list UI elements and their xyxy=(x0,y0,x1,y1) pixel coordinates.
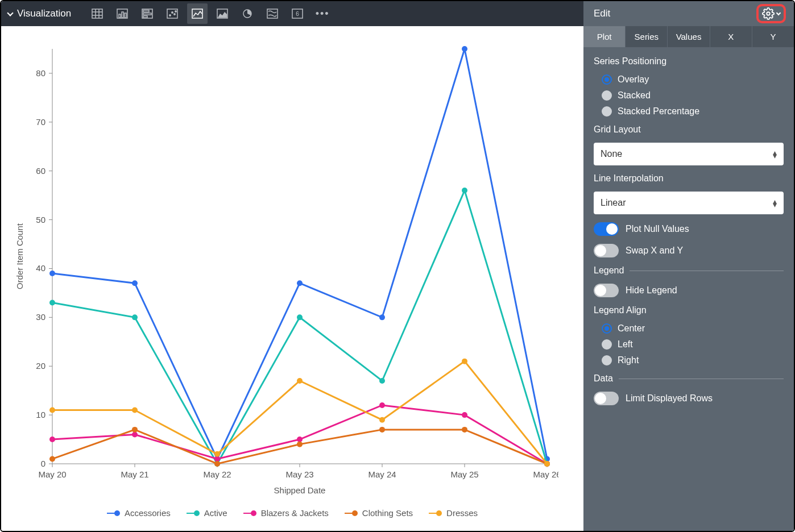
svg-text:Order Item Count: Order Item Count xyxy=(15,223,24,289)
legend-label: Accessories xyxy=(125,508,171,518)
radio-label: Stacked Percentage xyxy=(618,106,699,117)
hide-legend-toggle[interactable] xyxy=(594,284,619,297)
legend-item[interactable]: Active xyxy=(187,508,227,518)
table-chart-icon[interactable] xyxy=(87,3,107,24)
svg-point-70 xyxy=(379,378,385,384)
radio-icon xyxy=(602,106,612,117)
tab-values[interactable]: Values xyxy=(668,26,710,47)
svg-rect-18 xyxy=(192,9,202,18)
radio-icon xyxy=(602,339,612,350)
svg-point-64 xyxy=(462,46,467,52)
svg-text:60: 60 xyxy=(36,166,45,176)
more-charts-icon[interactable]: ••• xyxy=(312,3,333,24)
line-chart: 01020304050607080May 20May 21May 22May 2… xyxy=(13,38,558,504)
svg-point-66 xyxy=(49,300,55,306)
legend-label: Active xyxy=(204,508,227,518)
radio-icon xyxy=(602,323,612,334)
svg-point-87 xyxy=(49,408,55,413)
radio-stacked-percentage[interactable]: Stacked Percentage xyxy=(602,106,784,117)
radio-label: Center xyxy=(618,323,645,334)
svg-point-60 xyxy=(132,280,138,286)
pie-chart-icon[interactable] xyxy=(237,3,258,24)
legend-item[interactable]: Blazers & Jackets xyxy=(243,508,329,518)
radio-right[interactable]: Right xyxy=(602,355,784,365)
svg-point-77 xyxy=(379,402,385,408)
legend-item[interactable]: Accessories xyxy=(107,508,171,518)
svg-point-88 xyxy=(132,408,138,413)
svg-point-78 xyxy=(462,412,467,418)
gear-icon xyxy=(762,7,775,20)
svg-point-75 xyxy=(214,456,220,462)
svg-text:May 26: May 26 xyxy=(533,469,558,479)
visualization-toolbar: Visualization 6 ••• xyxy=(1,1,583,26)
radio-overlay[interactable]: Overlay xyxy=(602,74,784,85)
svg-point-83 xyxy=(297,442,303,447)
bar-chart-icon[interactable] xyxy=(137,3,158,24)
svg-text:May 22: May 22 xyxy=(203,469,231,479)
plot-null-toggle[interactable] xyxy=(594,222,619,236)
svg-rect-10 xyxy=(143,10,149,12)
svg-point-76 xyxy=(297,437,303,442)
single-value-icon[interactable]: 6 xyxy=(287,3,308,24)
svg-rect-11 xyxy=(143,13,151,15)
series-positioning-label: Series Positioning xyxy=(594,56,784,66)
line-interpolation-label: Line Interpolation xyxy=(594,173,784,184)
svg-point-71 xyxy=(462,188,467,193)
legend-item[interactable]: Clothing Sets xyxy=(345,508,413,518)
select-caret-icon: ▴▾ xyxy=(773,151,777,157)
radio-icon xyxy=(602,90,612,101)
edit-panel: Edit PlotSeriesValuesXY Series Positioni… xyxy=(583,1,794,531)
svg-point-62 xyxy=(297,280,303,286)
line-interpolation-value: Linear xyxy=(601,198,626,208)
radio-left[interactable]: Left xyxy=(602,339,784,350)
tab-x[interactable]: X xyxy=(710,26,752,47)
hide-legend-label: Hide Legend xyxy=(626,285,677,296)
svg-point-81 xyxy=(132,427,138,433)
toolbar-title: Visualization xyxy=(17,8,71,19)
area-chart-icon[interactable] xyxy=(212,3,233,24)
svg-point-14 xyxy=(169,15,171,16)
tab-y[interactable]: Y xyxy=(752,26,794,47)
grid-layout-select[interactable]: None ▴▾ xyxy=(594,143,784,165)
plot-null-label: Plot Null Values xyxy=(626,224,689,234)
legend-item[interactable]: Dresses xyxy=(429,508,478,518)
svg-point-85 xyxy=(462,427,467,433)
data-section-label: Data xyxy=(594,373,613,384)
line-chart-icon[interactable] xyxy=(187,3,208,24)
grid-layout-value: None xyxy=(601,149,622,159)
svg-point-73 xyxy=(49,437,55,442)
svg-point-89 xyxy=(214,451,220,457)
svg-point-80 xyxy=(49,456,55,462)
tab-series[interactable]: Series xyxy=(626,26,668,47)
settings-menu-button[interactable] xyxy=(756,4,786,23)
line-interpolation-select[interactable]: Linear ▴▾ xyxy=(594,192,784,214)
edit-tabs: PlotSeriesValuesXY xyxy=(583,26,794,47)
radio-icon xyxy=(602,355,612,365)
svg-point-69 xyxy=(297,314,303,320)
radio-stacked[interactable]: Stacked xyxy=(602,90,784,101)
chart-canvas: 01020304050607080May 20May 21May 22May 2… xyxy=(1,26,583,531)
radio-label: Stacked xyxy=(618,90,651,101)
map-chart-icon[interactable] xyxy=(262,3,283,24)
svg-text:20: 20 xyxy=(36,361,45,371)
tab-plot[interactable]: Plot xyxy=(583,26,626,47)
visualization-title-toggle[interactable]: Visualization xyxy=(8,8,71,19)
svg-text:May 21: May 21 xyxy=(121,469,148,479)
svg-point-84 xyxy=(379,427,385,433)
legend-section-label: Legend xyxy=(594,265,624,276)
limit-rows-label: Limit Displayed Rows xyxy=(626,393,713,404)
limit-rows-toggle[interactable] xyxy=(594,392,619,405)
chevron-down-icon xyxy=(776,11,781,15)
swap-xy-toggle[interactable] xyxy=(594,244,619,257)
svg-rect-8 xyxy=(125,13,126,18)
svg-text:May 24: May 24 xyxy=(368,469,396,479)
svg-point-96 xyxy=(767,12,770,15)
svg-point-63 xyxy=(379,314,385,320)
scatter-chart-icon[interactable] xyxy=(162,3,183,24)
svg-text:May 23: May 23 xyxy=(285,469,313,479)
column-chart-icon[interactable] xyxy=(112,3,132,24)
radio-center[interactable]: Center xyxy=(602,323,784,334)
radio-label: Overlay xyxy=(618,74,649,85)
svg-rect-0 xyxy=(92,9,102,18)
svg-point-74 xyxy=(132,431,138,437)
